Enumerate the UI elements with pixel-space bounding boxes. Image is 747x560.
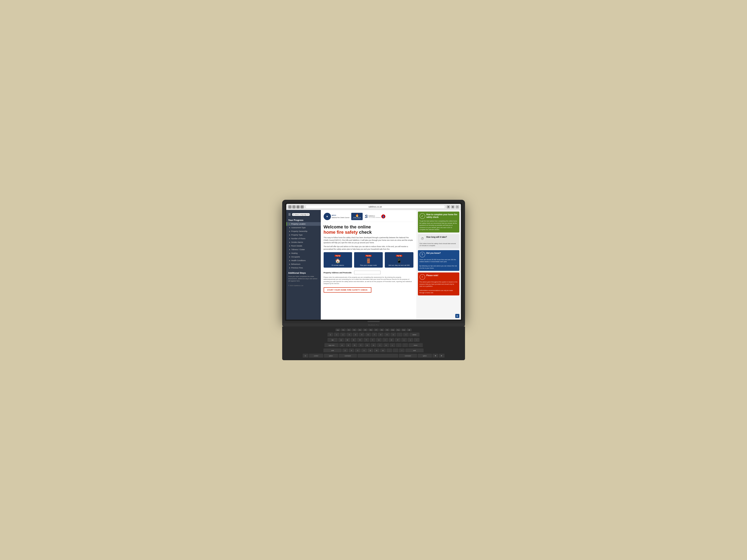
- sidebar-item-behaviours[interactable]: Behaviours: [286, 262, 321, 266]
- more-button[interactable]: ▾: [301, 205, 304, 209]
- key-command-r[interactable]: command: [399, 354, 417, 358]
- add-tab-button[interactable]: +: [456, 205, 459, 209]
- share-button[interactable]: ⬆: [447, 205, 450, 209]
- tabs-button[interactable]: ⊞: [451, 205, 455, 209]
- key-comma[interactable]: ,: [386, 348, 392, 353]
- key-n[interactable]: N: [374, 348, 380, 353]
- key-f7[interactable]: F7: [374, 328, 379, 332]
- key-semicolon[interactable]: ;: [396, 343, 402, 348]
- key-f2[interactable]: F2: [346, 328, 351, 332]
- key-f5[interactable]: F5: [363, 328, 368, 332]
- key-c[interactable]: C: [355, 348, 361, 353]
- hamburger-icon[interactable]: ☰: [288, 213, 291, 216]
- key-b[interactable]: B: [367, 348, 373, 353]
- key-s[interactable]: S: [345, 343, 351, 348]
- key-f10[interactable]: F10: [390, 328, 395, 332]
- key-bracket-r[interactable]: ]: [408, 338, 413, 342]
- sidebar-item-tidiness-/-clutter[interactable]: Tidiness / Clutter: [286, 248, 321, 251]
- key-f1[interactable]: F1: [341, 328, 346, 332]
- key-quote[interactable]: ': [402, 343, 408, 348]
- key-h[interactable]: H: [371, 343, 377, 348]
- sidebar-item-health-conditions[interactable]: Health Conditions: [286, 259, 321, 262]
- key-bracket-l[interactable]: [: [401, 338, 407, 342]
- key-l[interactable]: L: [390, 343, 395, 348]
- key-8[interactable]: 8: [378, 332, 384, 337]
- key-slash[interactable]: /: [399, 348, 405, 353]
- key-i[interactable]: I: [382, 338, 388, 342]
- key-4[interactable]: 4: [353, 332, 358, 337]
- key-p[interactable]: P: [395, 338, 401, 342]
- back-button[interactable]: ‹: [288, 205, 291, 209]
- sidebar-item-property-location[interactable]: Property Location: [286, 222, 321, 226]
- key-shift-r[interactable]: shift: [405, 348, 423, 353]
- key-f6[interactable]: F6: [368, 328, 373, 332]
- key-k[interactable]: K: [383, 343, 389, 348]
- key-r[interactable]: R: [357, 338, 363, 342]
- sidebar-item-room-details[interactable]: Room Details: [286, 244, 321, 248]
- start-button[interactable]: START YOUR HOME FIRE SAFETY CHECK: [324, 287, 371, 293]
- key-backtick[interactable]: §: [328, 332, 333, 337]
- sidebar-item-previous-fires[interactable]: Previous Fires: [286, 266, 321, 270]
- key-e[interactable]: E: [351, 338, 357, 342]
- key-period[interactable]: .: [393, 348, 398, 353]
- sidebar-item-assessment-type[interactable]: Assessment Type: [286, 226, 321, 230]
- key-esc[interactable]: esc: [335, 328, 340, 332]
- key-power[interactable]: ⏏: [407, 328, 412, 332]
- key-f9[interactable]: F9: [385, 328, 390, 332]
- key-option-l[interactable]: option: [324, 354, 338, 358]
- key-f4[interactable]: F4: [357, 328, 362, 332]
- sidebar-item-property-type[interactable]: Property Type: [286, 233, 321, 237]
- key-7[interactable]: 7: [371, 332, 377, 337]
- key-f[interactable]: F: [358, 343, 364, 348]
- key-u[interactable]: U: [376, 338, 382, 342]
- key-f3[interactable]: F3: [352, 328, 357, 332]
- key-fn[interactable]: fn: [303, 354, 308, 358]
- key-1[interactable]: 1: [334, 332, 339, 337]
- language-select[interactable]: G Select Language ▼: [292, 213, 310, 216]
- key-o[interactable]: O: [389, 338, 394, 342]
- address-bar[interactable]: safelincs.co.uk: [305, 205, 445, 209]
- sidebar-item-property-ownership[interactable]: Property Ownership: [286, 230, 321, 233]
- settings-gear-icon[interactable]: ⚙: [455, 314, 459, 318]
- key-2[interactable]: 2: [340, 332, 346, 337]
- key-y[interactable]: Y: [370, 338, 376, 342]
- address-input[interactable]: [354, 271, 381, 274]
- key-w[interactable]: W: [344, 338, 350, 342]
- view-button[interactable]: ⊞: [297, 205, 300, 209]
- key-d[interactable]: D: [352, 343, 358, 348]
- key-delete[interactable]: delete: [409, 332, 419, 337]
- nav-buttons[interactable]: ‹ › ⊞ ▾: [288, 205, 304, 209]
- key-caps[interactable]: caps lock: [325, 343, 339, 348]
- key-space[interactable]: [358, 354, 398, 358]
- key-g[interactable]: G: [364, 343, 370, 348]
- key-tab[interactable]: tab: [328, 338, 338, 342]
- key-j[interactable]: J: [377, 343, 383, 348]
- key-0[interactable]: 0: [390, 332, 396, 337]
- key-9[interactable]: 9: [384, 332, 390, 337]
- key-minus[interactable]: -: [397, 332, 403, 337]
- key-return[interactable]: return: [409, 343, 423, 348]
- lang-label[interactable]: Select Language ▼: [294, 214, 309, 215]
- key-f11[interactable]: F11: [396, 328, 401, 332]
- key-3[interactable]: 3: [346, 332, 352, 337]
- key-a[interactable]: A: [339, 343, 345, 348]
- key-equals[interactable]: =: [403, 332, 409, 337]
- sidebar-item-number-of-floors[interactable]: Number of Floors: [286, 237, 321, 240]
- sidebar-item-heating[interactable]: Heating: [286, 251, 321, 255]
- key-arrow-r[interactable]: ▶: [439, 354, 444, 358]
- key-z[interactable]: Z: [342, 348, 348, 353]
- key-control[interactable]: control: [309, 354, 323, 358]
- sidebar-item-occupants[interactable]: Occupants: [286, 255, 321, 259]
- key-5[interactable]: 5: [359, 332, 365, 337]
- key-shift-l[interactable]: shift: [324, 348, 342, 353]
- key-q[interactable]: Q: [338, 338, 344, 342]
- key-option-r[interactable]: option: [418, 354, 432, 358]
- key-t[interactable]: T: [363, 338, 369, 342]
- key-backslash[interactable]: \: [414, 338, 419, 342]
- key-x[interactable]: X: [349, 348, 354, 353]
- key-m[interactable]: M: [380, 348, 386, 353]
- key-command-l[interactable]: command: [339, 354, 357, 358]
- key-6[interactable]: 6: [365, 332, 371, 337]
- forward-button[interactable]: ›: [292, 205, 295, 209]
- key-f8[interactable]: F8: [379, 328, 384, 332]
